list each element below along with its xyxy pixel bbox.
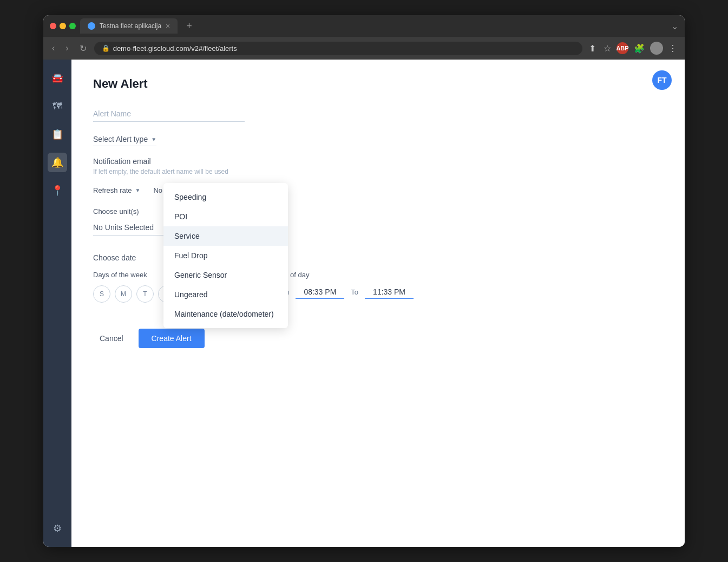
refresh-button[interactable]: ↻: [76, 41, 90, 56]
select-alert-type-label: Select Alert type: [93, 135, 148, 143]
sidebar-icon-clipboard[interactable]: 📋: [48, 125, 67, 144]
alert-type-dropdown-menu: Speeding POI Service Fuel Drop Generic S…: [163, 183, 288, 328]
new-tab-button[interactable]: +: [182, 21, 196, 32]
traffic-light-close[interactable]: [50, 23, 56, 29]
tab-title: Testna fleet aplikacija: [100, 22, 161, 30]
traffic-light-maximize[interactable]: [69, 23, 76, 29]
time-row: From To: [273, 285, 414, 299]
dropdown-item-service[interactable]: Service: [163, 226, 288, 246]
window-controls: ⌄: [671, 21, 678, 31]
user-avatar[interactable]: FT: [652, 70, 672, 90]
share-icon[interactable]: ⬆: [587, 41, 598, 56]
cancel-button[interactable]: Cancel: [93, 330, 130, 347]
notification-email-hint: If left empty, the default alert name wi…: [93, 168, 472, 175]
refresh-rate-selector[interactable]: Refresh rate ▼: [93, 186, 140, 194]
lock-icon: 🔒: [102, 44, 110, 52]
refresh-rate-label: Refresh rate: [93, 186, 132, 194]
refresh-rate-arrow: ▼: [135, 187, 141, 193]
from-time-input[interactable]: [296, 285, 344, 299]
main-content: FT New Alert Select Alert type ▼: [71, 60, 685, 547]
alert-name-input[interactable]: [93, 106, 245, 122]
tab-close-button[interactable]: ×: [166, 22, 170, 30]
puzzle-icon[interactable]: 🧩: [632, 41, 647, 56]
time-of-day-label: Time of day: [273, 271, 414, 279]
notification-email-section: Notification email If left empty, the de…: [93, 157, 472, 175]
bookmark-icon[interactable]: ☆: [601, 41, 613, 56]
dropdown-item-speeding[interactable]: Speeding: [163, 187, 288, 207]
address-url[interactable]: demo-fleet.giscloud.com/v2#/fleet/alerts: [113, 44, 237, 53]
browser-user-avatar[interactable]: [650, 42, 663, 55]
sidebar: 🚘 🗺 📋 🔔 📍 ⚙: [43, 60, 71, 547]
dropdown-item-fuel-drop[interactable]: Fuel Drop: [163, 246, 288, 265]
menu-icon[interactable]: ⋮: [666, 41, 679, 56]
notification-email-label: Notification email: [93, 157, 472, 166]
action-row: Cancel Create Alert: [93, 329, 472, 348]
dropdown-item-maintenance[interactable]: Maintenance (date/odometer): [163, 304, 288, 324]
page-title: New Alert: [93, 77, 663, 91]
to-time-input[interactable]: [365, 285, 414, 299]
to-label: To: [351, 288, 358, 296]
sidebar-icon-settings[interactable]: ⚙: [48, 519, 67, 538]
tab-favicon: [88, 22, 95, 30]
dropdown-item-poi[interactable]: POI: [163, 207, 288, 226]
alert-type-group: Select Alert type ▼: [93, 133, 472, 146]
time-col: Time of day From To: [273, 271, 414, 303]
day-tuesday[interactable]: T: [136, 285, 154, 303]
back-button[interactable]: ‹: [49, 41, 58, 55]
create-alert-button[interactable]: Create Alert: [139, 329, 205, 348]
forward-button[interactable]: ›: [62, 41, 71, 55]
extensions-icon[interactable]: ABP: [616, 42, 628, 54]
select-alert-type-trigger[interactable]: Select Alert type ▼: [93, 133, 156, 146]
sidebar-icon-location[interactable]: 📍: [48, 181, 67, 200]
alert-type-dropdown-arrow: ▼: [151, 136, 156, 142]
day-monday[interactable]: M: [115, 285, 132, 303]
units-selected-value: No Units Selected: [93, 223, 154, 232]
sidebar-icon-map[interactable]: 🗺: [48, 96, 67, 116]
day-sunday[interactable]: S: [93, 285, 110, 303]
sidebar-icon-alert[interactable]: 🔔: [48, 153, 67, 172]
alert-name-group: [93, 106, 472, 122]
sidebar-icon-vehicle[interactable]: 🚘: [48, 68, 67, 88]
traffic-light-minimize[interactable]: [60, 23, 66, 29]
dropdown-item-ungeared[interactable]: Ungeared: [163, 285, 288, 304]
dropdown-item-generic-sensor[interactable]: Generic Sensor: [163, 265, 288, 285]
